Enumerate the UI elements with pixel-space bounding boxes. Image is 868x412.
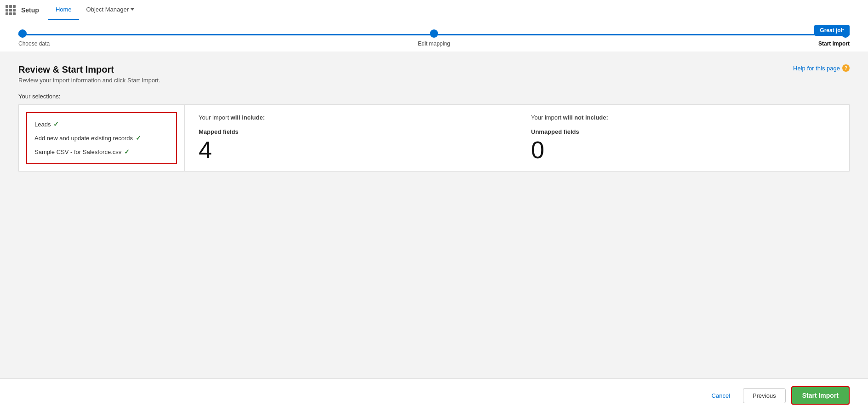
unmapped-fields-label: Unmapped fields [531, 128, 835, 135]
stepper-dots [18, 29, 850, 38]
page-title-section: Review & Start Import Review your import… [18, 64, 160, 84]
selections-box: Leads ✓ Add new and update existing reco… [26, 112, 177, 164]
check-icon-leads: ✓ [53, 120, 59, 128]
not-include-col: Your import will not include: Unmapped f… [517, 105, 849, 171]
chevron-down-icon [131, 8, 134, 11]
nav-tab-object-manager[interactable]: Object Manager [79, 0, 142, 20]
stepper-dot-2 [430, 29, 438, 38]
stepper-label-2: Edit mapping [418, 40, 450, 47]
selection-item-csv: Sample CSV - for Salesforce.csv ✓ [34, 148, 169, 155]
selections-col: Leads ✓ Add new and update existing reco… [19, 105, 184, 171]
selection-item-record-type: Add new and update existing records ✓ [34, 134, 169, 142]
review-area: Leads ✓ Add new and update existing reco… [18, 104, 850, 172]
help-link[interactable]: Help for this page ? [793, 64, 850, 72]
selection-item-leads: Leads ✓ [34, 120, 169, 128]
app-title: Setup [21, 6, 39, 14]
mapped-fields-value: 4 [199, 138, 503, 162]
unmapped-fields-value: 0 [531, 138, 835, 162]
mapped-fields-label: Mapped fields [199, 128, 503, 135]
page-title: Review & Start Import [18, 64, 160, 75]
check-icon-record-type: ✓ [136, 134, 141, 142]
main-content: Review & Start Import Review your import… [0, 52, 868, 372]
nav-tab-home[interactable]: Home [48, 0, 79, 20]
stepper-container: Great job Choose data Edit mapping Start… [0, 20, 868, 52]
stepper-label-1: Choose data [18, 40, 50, 47]
app-grid-icon[interactable] [6, 5, 16, 15]
stepper-dot-3 [841, 29, 850, 38]
help-icon: ? [842, 64, 850, 72]
stepper-bar [18, 29, 850, 38]
stepper-label-3: Start import [818, 40, 850, 47]
stepper-labels: Choose data Edit mapping Start import [18, 40, 850, 47]
check-icon-csv: ✓ [124, 148, 130, 155]
page-header: Review & Start Import Review your import… [18, 64, 850, 84]
selections-label: Your selections: [18, 93, 850, 100]
include-col: Your import will include: Mapped fields … [184, 105, 517, 171]
top-nav: Setup Home Object Manager [0, 0, 868, 20]
include-header: Your import will include: [199, 114, 503, 121]
not-include-header: Your import will not include: [531, 114, 835, 121]
nav-tabs: Home Object Manager [48, 0, 142, 20]
stepper-dot-1 [18, 29, 27, 38]
page-subtitle: Review your import information and click… [18, 77, 160, 84]
